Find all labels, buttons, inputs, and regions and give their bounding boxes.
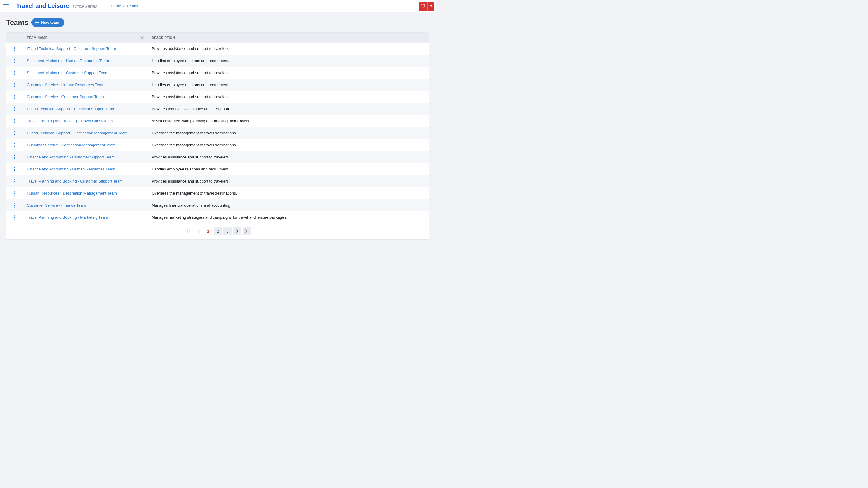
row-actions-button[interactable] xyxy=(6,115,23,127)
team-name-link[interactable]: Sales and Marketing - Customer Support T… xyxy=(27,70,108,75)
row-actions-button[interactable] xyxy=(6,199,23,211)
svg-point-14 xyxy=(14,98,15,99)
plus-icon xyxy=(35,21,39,25)
grid-body: IT and Technical Support - Customer Supp… xyxy=(6,42,429,223)
svg-point-3 xyxy=(14,59,15,60)
svg-point-26 xyxy=(14,146,15,147)
team-name-link[interactable]: Finance and Accounting - Human Resources… xyxy=(27,167,115,171)
table-row: Sales and Marketing - Human Resources Te… xyxy=(6,55,429,67)
team-name-link[interactable]: IT and Technical Support - Customer Supp… xyxy=(27,46,116,51)
row-team-name-cell: Finance and Accounting - Customer Suppor… xyxy=(23,151,148,163)
row-actions-button[interactable] xyxy=(6,139,23,151)
row-actions-button[interactable] xyxy=(6,151,23,163)
breadcrumb-home[interactable]: Home xyxy=(111,4,121,8)
row-description-cell: Provides assistance and support to trave… xyxy=(148,175,429,187)
svg-point-33 xyxy=(14,179,15,180)
table-row: Sales and Marketing - Customer Support T… xyxy=(6,67,429,78)
pager-page-2[interactable]: 2 xyxy=(214,227,222,235)
grid-header: Team Name Description xyxy=(6,33,429,42)
row-team-name-cell: Customer Service - Human Resources Team xyxy=(23,79,148,91)
pager-prev-button[interactable] xyxy=(194,227,203,235)
team-name-link[interactable]: Sales and Marketing - Human Resources Te… xyxy=(27,59,109,63)
svg-point-16 xyxy=(14,108,15,109)
row-team-name-cell: Sales and Marketing - Human Resources Te… xyxy=(23,55,148,67)
svg-point-42 xyxy=(14,216,15,216)
team-name-link[interactable]: Travel Planning and Booking - Customer S… xyxy=(27,179,123,184)
team-name-link[interactable]: Finance and Accounting - Customer Suppor… xyxy=(27,155,115,159)
more-vertical-icon xyxy=(14,191,16,195)
row-description-cell: Provides assistance and support to trave… xyxy=(148,43,429,55)
row-actions-button[interactable] xyxy=(6,79,23,91)
page-content: Teams New team Team Name Description IT … xyxy=(0,12,435,246)
more-vertical-icon xyxy=(14,47,16,51)
header-description[interactable]: Description xyxy=(148,33,429,42)
pager-page-3[interactable]: 3 xyxy=(223,227,232,235)
header-team-name[interactable]: Team Name xyxy=(23,33,148,42)
row-actions-button[interactable] xyxy=(6,91,23,103)
team-name-link[interactable]: Travel Planning and Booking - Marketing … xyxy=(27,215,108,220)
menu-toggle-button[interactable] xyxy=(0,0,12,12)
svg-point-8 xyxy=(14,74,15,75)
row-actions-button[interactable] xyxy=(6,212,23,223)
row-description-cell: Handles employee relations and recruitme… xyxy=(148,79,429,91)
svg-point-24 xyxy=(14,143,15,144)
row-team-name-cell: IT and Technical Support - Destination M… xyxy=(23,127,148,139)
pager-first-button[interactable] xyxy=(185,227,193,235)
svg-point-13 xyxy=(14,96,15,97)
row-actions-button[interactable] xyxy=(6,163,23,175)
pager-last-button[interactable] xyxy=(243,227,251,235)
row-actions-button[interactable] xyxy=(6,55,23,67)
brand[interactable]: Travel and Leisure OfficeSeries xyxy=(12,2,101,9)
pager-page-1[interactable]: 1 xyxy=(204,227,213,235)
team-name-link[interactable]: Customer Service - Customer Support Team xyxy=(27,95,104,99)
row-actions-button[interactable] xyxy=(6,103,23,115)
chevron-right-icon xyxy=(236,229,239,233)
new-team-button[interactable]: New team xyxy=(31,18,64,27)
svg-point-5 xyxy=(14,62,15,63)
last-page-icon xyxy=(245,229,249,233)
notifications-dropdown-button[interactable] xyxy=(428,1,434,10)
more-vertical-icon xyxy=(14,71,16,75)
table-row: Travel Planning and Booking - Marketing … xyxy=(6,211,429,223)
hamburger-icon xyxy=(3,4,9,8)
notifications-button[interactable] xyxy=(418,1,428,10)
svg-point-44 xyxy=(14,218,15,219)
svg-point-6 xyxy=(14,71,15,72)
row-team-name-cell: Travel Planning and Booking - Customer S… xyxy=(23,175,148,187)
team-name-link[interactable]: Human Resources - Destination Management… xyxy=(27,191,117,195)
svg-point-43 xyxy=(14,217,15,218)
breadcrumb-current[interactable]: Teams xyxy=(127,4,138,8)
team-name-link[interactable]: Customer Service - Finance Team xyxy=(27,203,86,207)
svg-point-39 xyxy=(14,203,15,204)
breadcrumb-separator: » xyxy=(123,4,125,8)
filter-icon[interactable] xyxy=(140,36,144,39)
row-actions-button[interactable] xyxy=(6,67,23,78)
row-actions-button[interactable] xyxy=(6,43,23,55)
team-name-link[interactable]: IT and Technical Support - Technical Sup… xyxy=(27,107,115,111)
svg-point-7 xyxy=(14,72,15,73)
svg-point-0 xyxy=(14,47,15,47)
team-name-link[interactable]: Customer Service - Destination Managemen… xyxy=(27,143,116,147)
row-actions-button[interactable] xyxy=(6,127,23,139)
more-vertical-icon xyxy=(14,179,16,184)
svg-point-10 xyxy=(14,84,15,85)
brand-secondary: OfficeSeries xyxy=(73,4,97,9)
team-name-link[interactable]: Customer Service - Human Resources Team xyxy=(27,83,104,87)
table-row: Customer Service - Customer Support Team… xyxy=(6,91,429,103)
svg-point-15 xyxy=(14,107,15,108)
row-actions-button[interactable] xyxy=(6,175,23,187)
bell-alert-icon xyxy=(421,4,426,8)
more-vertical-icon xyxy=(14,83,16,87)
more-vertical-icon xyxy=(14,167,16,171)
more-vertical-icon xyxy=(14,119,16,123)
table-row: IT and Technical Support - Technical Sup… xyxy=(6,103,429,115)
pager-next-button[interactable] xyxy=(233,227,241,235)
svg-point-32 xyxy=(14,170,15,171)
more-vertical-icon xyxy=(14,143,16,147)
row-description-cell: Provides assistance and support to trave… xyxy=(148,91,429,103)
svg-point-28 xyxy=(14,157,15,158)
table-row: Finance and Accounting - Customer Suppor… xyxy=(6,151,429,163)
row-actions-button[interactable] xyxy=(6,187,23,199)
team-name-link[interactable]: IT and Technical Support - Destination M… xyxy=(27,131,128,135)
team-name-link[interactable]: Travel Planning and Booking - Travel Con… xyxy=(27,119,113,123)
